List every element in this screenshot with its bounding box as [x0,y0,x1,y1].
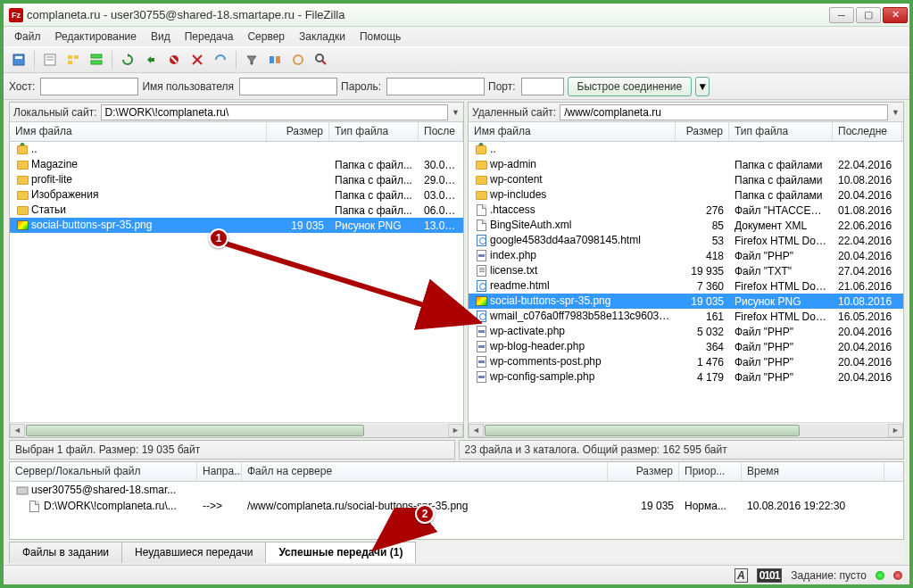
transfer-server-row[interactable]: user30755@shared-18.smar... [10,482,903,498]
quickconnect-button[interactable]: Быстрое соединение [568,77,693,96]
tr-col-time[interactable]: Время [742,462,884,481]
app-icon: Fz [9,8,23,22]
tab-queued[interactable]: Файлы в задании [9,542,122,563]
remote-col-date[interactable]: Последне [833,122,902,141]
remote-path-input[interactable] [560,104,888,120]
filter-icon[interactable] [242,50,261,70]
process-icon[interactable] [141,50,161,70]
php-icon [474,370,490,383]
menu-help[interactable]: Помощь [354,29,406,45]
folder-icon [474,188,490,201]
queue-icon[interactable] [87,50,106,70]
local-status: Выбран 1 файл. Размер: 19 035 байт [9,440,455,460]
disconnect-icon[interactable] [187,50,207,70]
led-activity-icon [876,571,884,580]
remote-scrollbar[interactable]: ◄ ► [469,422,903,437]
menu-transfer[interactable]: Передача [179,29,239,45]
svg-rect-7 [68,61,72,64]
remote-path-dropdown-icon[interactable]: ▼ [892,108,900,117]
menu-file[interactable]: Файл [9,29,46,45]
tr-col-dir[interactable]: Напра... [197,462,242,481]
local-col-size[interactable]: Размер [267,122,329,141]
file-row[interactable]: social-buttons-spr-35.png19 035Рисунок P… [469,294,903,309]
file-row[interactable]: google4583dd4aa7098145.html53Firefox HTM… [469,233,903,248]
compare-icon[interactable] [265,50,285,70]
tr-col-prio[interactable]: Приор... [679,462,742,481]
close-button[interactable]: ✕ [883,7,908,23]
remote-file-list[interactable]: ..wp-adminПапка с файлами22.04.2016wp-co… [469,142,903,422]
file-row[interactable]: social-buttons-spr-35.png19 035Рисунок P… [10,218,463,233]
php-icon [474,340,490,352]
remote-col-name[interactable]: Имя файла [469,122,676,141]
local-col-type[interactable]: Тип файла [329,122,419,141]
file-row[interactable]: readme.html7 360Firefox HTML Doc...21.06… [469,278,903,294]
log-icon[interactable] [40,50,60,70]
file-row[interactable]: .. [469,142,903,157]
menu-edit[interactable]: Редактирование [50,29,142,45]
svg-rect-0 [13,54,24,65]
tab-failed[interactable]: Неудавшиеся передачи [121,542,266,563]
file-row[interactable]: СтатьиПапка с файл...06.08.2 [10,203,463,218]
sync-icon[interactable] [288,50,308,70]
file-row[interactable]: wmail_c076a0ff7983b58e113c96033a...161Fi… [469,309,903,324]
svg-rect-5 [68,55,72,59]
local-file-list[interactable]: ..MagazineПапка с файл...30.06.2profit-l… [10,142,463,422]
transfer-row[interactable]: D:\WORK\!complaneta.ru\...-->>/www/compl… [10,498,903,514]
quickconnect-dropdown[interactable]: ▼ [695,77,710,96]
remote-col-size[interactable]: Размер [676,122,729,141]
local-scrollbar[interactable]: ◄ ► [10,422,463,437]
local-col-name[interactable]: Имя файла [10,122,267,141]
host-input[interactable] [40,78,138,95]
user-input[interactable] [239,78,337,95]
pass-label: Пароль: [341,80,381,93]
encoding-icon: A [735,568,748,583]
maximize-button[interactable]: ▢ [856,7,881,23]
menu-server[interactable]: Сервер [242,29,290,45]
tr-col-size[interactable]: Размер [608,462,679,481]
annotation-badge-1: 1 [209,228,228,248]
remote-col-type[interactable]: Тип файла [729,122,833,141]
menu-view[interactable]: Вид [145,29,176,45]
file-row[interactable]: profit-liteПапка с файл...29.07.2 [10,172,463,187]
file-row[interactable]: .. [10,142,463,157]
tr-col-remote[interactable]: Файл на сервере [242,462,608,481]
minimize-button[interactable]: ─ [829,7,854,23]
stop-icon[interactable] [164,50,184,70]
folder-icon [474,173,490,186]
file-row[interactable]: wp-blog-header.php364Файл "PHP"20.04.201… [469,339,903,354]
refresh-icon[interactable] [118,50,137,70]
transfer-list[interactable]: user30755@shared-18.smar...D:\WORK\!comp… [10,482,903,539]
file-row[interactable]: index.php418Файл "PHP"20.04.2016 [469,248,903,263]
server-icon [15,484,29,497]
dirtree-icon[interactable] [63,50,83,70]
file-row[interactable]: wp-comments-post.php1 476Файл "PHP"20.04… [469,354,903,369]
local-path-input[interactable] [101,104,449,120]
port-input[interactable] [521,78,564,95]
file-row[interactable]: BingSiteAuth.xml85Документ XML22.06.2016 [469,218,903,233]
file-row[interactable]: MagazineПапка с файл...30.06.2 [10,157,463,172]
svg-rect-6 [74,55,79,59]
php-icon [474,355,490,368]
svg-rect-15 [276,56,280,63]
folder-up-icon [15,143,31,155]
file-row[interactable]: .htaccess276Файл "HTACCESS"01.08.2016 [469,203,903,218]
sitemanager-icon[interactable] [9,50,29,70]
file-row[interactable]: wp-contentПапка с файлами10.08.2016 [469,172,903,187]
search-icon[interactable] [311,50,331,70]
file-row[interactable]: wp-activate.php5 032Файл "PHP"20.04.2016 [469,324,903,339]
tab-success[interactable]: Успешные передачи (1) [265,542,416,563]
menu-bookmarks[interactable]: Закладки [294,29,351,45]
pass-input[interactable] [386,78,485,95]
local-path-dropdown-icon[interactable]: ▼ [452,108,460,117]
tr-col-file[interactable]: Сервер/Локальный файл [10,462,197,481]
file-row[interactable]: wp-adminПапка с файлами22.04.2016 [469,157,903,172]
file-row[interactable]: license.txt19 935Файл "TXT"27.04.2016 [469,263,903,278]
file-row[interactable]: wp-includesПапка с файлами20.04.2016 [469,187,903,203]
local-col-date[interactable]: После [419,122,463,141]
html-icon [474,279,490,292]
svg-point-16 [294,55,303,64]
reconnect-icon[interactable] [211,50,230,70]
file-row[interactable]: wp-config-sample.php4 179Файл "PHP"20.04… [469,369,903,385]
txt-icon [474,264,490,277]
file-row[interactable]: ИзображенияПапка с файл...03.08.2 [10,187,463,203]
